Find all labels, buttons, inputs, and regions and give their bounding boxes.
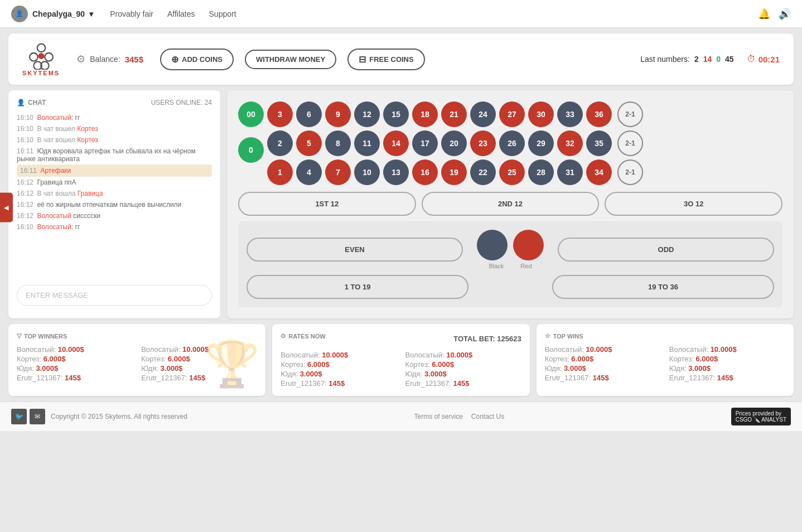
top-winners-panel: ▽ TOP WINNERS Волосатый: 10.000$ Волосат… <box>8 324 265 396</box>
number-8[interactable]: 8 <box>325 130 351 156</box>
betting-options: EVEN Black Red ODD 1 TO 19 19 TO 36 <box>238 221 782 307</box>
bell-icon[interactable]: 🔔 <box>758 8 770 20</box>
rate-entry: Erutr_121367: 145$ <box>405 379 521 388</box>
nav-affiliates[interactable]: Affilates <box>167 9 195 18</box>
number-0[interactable]: 0 <box>238 137 264 163</box>
numbers-container: 00 0 3 6 9 12 15 18 21 24 27 30 3 <box>238 101 782 185</box>
nav-support[interactable]: Support <box>209 9 236 18</box>
number-32[interactable]: 32 <box>557 130 583 156</box>
side-tab[interactable]: ◀ <box>0 192 13 222</box>
number-27[interactable]: 27 <box>499 101 525 127</box>
number-7[interactable]: 7 <box>325 159 351 185</box>
number-16[interactable]: 16 <box>412 159 438 185</box>
winner-entry: Волосатый: 10.000$ <box>17 345 133 354</box>
black-button[interactable] <box>477 230 508 260</box>
number-24[interactable]: 24 <box>470 101 496 127</box>
number-26[interactable]: 26 <box>499 130 525 156</box>
email-icon[interactable]: ✉ <box>30 409 45 424</box>
number-33[interactable]: 33 <box>557 101 583 127</box>
chat-input-area <box>17 285 212 306</box>
number-9[interactable]: 9 <box>325 101 351 127</box>
odd-button[interactable]: ODD <box>558 238 774 262</box>
main-content: ◀ 👤 CHAT USERS ONLINE: 24 16:10 Волосаты… <box>0 90 802 324</box>
chat-message: 16:12 её по жирным отпечаткам пальцев вы… <box>17 199 212 210</box>
svg-point-5 <box>38 53 44 59</box>
number-28[interactable]: 28 <box>528 159 554 185</box>
number-17[interactable]: 17 <box>412 130 438 156</box>
win-entry: Кортез: 6.000$ <box>669 355 785 363</box>
number-36[interactable]: 36 <box>586 101 612 127</box>
number-30[interactable]: 30 <box>528 101 554 127</box>
number-20[interactable]: 20 <box>441 130 467 156</box>
free-coins-button[interactable]: ⊟ FREE COINS <box>347 49 424 70</box>
svg-point-1 <box>30 53 38 61</box>
number-2[interactable]: 2 <box>267 130 293 156</box>
chat-message-highlight: 16:11 Артефаки <box>17 165 212 177</box>
number-21[interactable]: 21 <box>441 101 467 127</box>
number-1[interactable]: 1 <box>267 159 293 185</box>
dozen-first[interactable]: 1ST 12 <box>238 192 416 216</box>
add-coins-button[interactable]: ⊕ ADD COINS <box>160 49 234 70</box>
dozen-third[interactable]: 3O 12 <box>605 192 782 216</box>
dozen-second[interactable]: 2ND 12 <box>422 192 600 216</box>
twitter-icon[interactable]: 🐦 <box>11 409 27 424</box>
rate-entry: Волосатый: 10.000$ <box>405 351 521 359</box>
number-5[interactable]: 5 <box>296 130 322 156</box>
number-25[interactable]: 25 <box>499 159 525 185</box>
number-10[interactable]: 10 <box>354 159 380 185</box>
bottom-row-1: EVEN Black Red ODD <box>247 230 774 269</box>
footer-left: 🐦 ✉ Copyright © 2015 Skytems. All rights… <box>11 409 187 424</box>
balance-section: ⚙ Balance: 345$ <box>76 53 143 65</box>
number-14[interactable]: 14 <box>383 130 409 156</box>
red-button[interactable] <box>513 230 544 260</box>
number-00[interactable]: 00 <box>238 101 264 127</box>
number-34[interactable]: 34 <box>586 159 612 185</box>
1-to-19-button[interactable]: 1 TO 19 <box>247 275 468 299</box>
19-to-36-button[interactable]: 19 TO 36 <box>552 275 774 299</box>
ratio-1[interactable]: 2-1 <box>617 101 643 127</box>
color-circles: Black Red <box>468 230 552 269</box>
analyst-badge: Prices provided byCSGO 🔪 ANALYST <box>731 408 791 425</box>
last-numbers-label: Last numbers: <box>640 55 690 64</box>
username-label: Chepalyga_90 <box>32 9 85 18</box>
volume-icon[interactable]: 🔊 <box>779 8 791 20</box>
ratio-2[interactable]: 2-1 <box>617 130 643 156</box>
bottom-row-2: 1 TO 19 19 TO 36 <box>247 275 774 299</box>
number-13[interactable]: 13 <box>383 159 409 185</box>
logo-text: SKYTEMS <box>22 70 60 76</box>
number-3[interactable]: 3 <box>267 101 293 127</box>
terms-link[interactable]: Terms of service <box>414 413 462 420</box>
top-navigation: 👤 Chepalyga_90 ▾ Provably fair Affilates… <box>0 0 802 28</box>
avatar: 👤 <box>11 6 28 22</box>
number-31[interactable]: 31 <box>557 159 583 185</box>
number-29[interactable]: 29 <box>528 130 554 156</box>
contact-link[interactable]: Contact Us <box>471 413 504 420</box>
nav-provably-fair[interactable]: Provably fair <box>110 9 153 18</box>
number-18[interactable]: 18 <box>412 101 438 127</box>
dozens-row: 1ST 12 2ND 12 3O 12 <box>238 192 782 216</box>
user-menu[interactable]: 👤 Chepalyga_90 ▾ <box>11 6 93 22</box>
social-links: 🐦 ✉ <box>11 409 45 424</box>
win-entry: Кортез: 6.000$ <box>545 355 661 363</box>
chat-input[interactable] <box>17 285 212 306</box>
number-35[interactable]: 35 <box>586 130 612 156</box>
roulette-panel: 00 0 3 6 9 12 15 18 21 24 27 30 3 <box>227 90 794 318</box>
red-label: Red <box>520 263 532 269</box>
number-19[interactable]: 19 <box>441 159 467 185</box>
even-button[interactable]: EVEN <box>247 238 463 262</box>
balance-icon: ⚙ <box>76 53 85 65</box>
number-22[interactable]: 22 <box>470 159 496 185</box>
number-4[interactable]: 4 <box>296 159 322 185</box>
number-12[interactable]: 12 <box>354 101 380 127</box>
ratio-3[interactable]: 2-1 <box>617 159 643 185</box>
withdraw-label: WITHDRAW MONEY <box>256 55 325 64</box>
bottom-panels: ▽ TOP WINNERS Волосатый: 10.000$ Волосат… <box>0 324 802 402</box>
number-11[interactable]: 11 <box>354 130 380 156</box>
chat-message: 16:10 Волосатый: гг <box>17 112 212 123</box>
number-15[interactable]: 15 <box>383 101 409 127</box>
win-entry: Волосатый: 10.000$ <box>545 345 661 354</box>
last-number-3: 0 <box>716 55 721 64</box>
number-6[interactable]: 6 <box>296 101 322 127</box>
number-23[interactable]: 23 <box>470 130 496 156</box>
withdraw-money-button[interactable]: WITHDRAW MONEY <box>245 50 336 69</box>
